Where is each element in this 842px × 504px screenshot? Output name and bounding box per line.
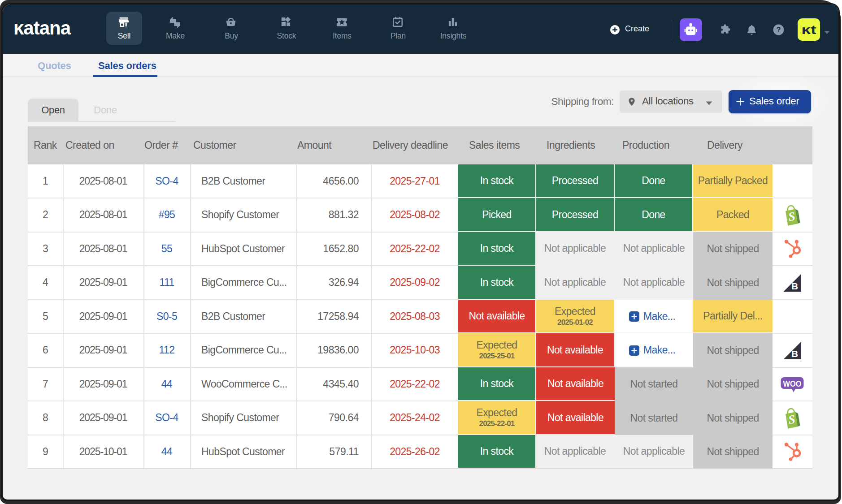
svg-text:B: B bbox=[791, 281, 798, 291]
svg-text:WOO: WOO bbox=[783, 379, 802, 388]
svg-text:ĸt: ĸt bbox=[802, 23, 816, 37]
svg-text:B: B bbox=[791, 349, 798, 359]
svg-text:?: ? bbox=[777, 26, 781, 34]
svg-text:ĸatana: ĸatana bbox=[13, 17, 71, 37]
